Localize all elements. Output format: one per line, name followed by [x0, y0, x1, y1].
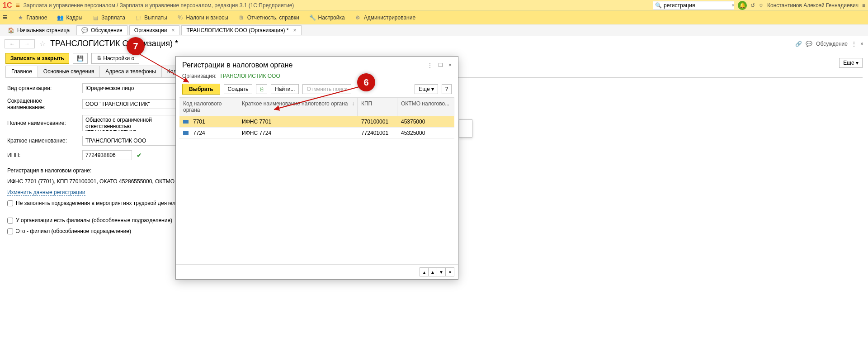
tab-current[interactable]: ТРАНСЛОГИСТИК ООО (Организация) *×	[181, 25, 301, 35]
tab-organizations[interactable]: Организации×	[129, 25, 180, 35]
menu-icon[interactable]: ≡	[3, 13, 8, 22]
logo-1c: 1C	[3, 1, 12, 10]
full-name-label: Полное наименование:	[7, 120, 80, 126]
page-title: ТРАНСЛОГИСТИК ООО изация) *	[50, 39, 791, 48]
gear-icon: ⚙	[355, 14, 361, 21]
col-kpp[interactable]: КПП	[358, 98, 397, 116]
dialog-more-button[interactable]: Еще ▾	[415, 84, 438, 94]
copy-icon: ⎘	[260, 86, 263, 92]
menu-salary[interactable]: ▤Зарплата	[92, 14, 125, 21]
registrations-dialog: Регистрации в налоговом органе ⋮ ☐ × Орг…	[175, 56, 458, 280]
col-name[interactable]: Краткое наименование налогового органа↓	[238, 98, 358, 116]
scroll-down-icon[interactable]: ▼	[437, 267, 446, 276]
star-icon[interactable]: ☆	[759, 2, 764, 9]
create-button[interactable]: Создать	[224, 84, 253, 94]
copy-button[interactable]: ⎘	[256, 84, 267, 94]
kebab-icon[interactable]: ⋮	[427, 62, 433, 68]
user-name[interactable]: Константинов Алексей Геннадиевич	[767, 2, 859, 9]
row-icon	[183, 120, 189, 124]
find-button[interactable]: Найти...	[271, 84, 299, 94]
app-title: Зарплата и управление персоналом / Зарпл…	[24, 2, 653, 9]
org-type-label: Вид организации:	[7, 85, 80, 91]
menu-home[interactable]: ★Главное	[18, 14, 47, 21]
callout-6: 6	[357, 73, 375, 91]
table-row[interactable]: 7701 ИФНС 7701 770100001 45375000	[179, 116, 454, 128]
favorite-star-icon[interactable]: ☆	[39, 39, 46, 48]
wrench-icon: 🔧	[309, 14, 316, 21]
star-icon: ★	[18, 14, 24, 21]
col-oktmo[interactable]: ОКТМО налогово...	[397, 98, 454, 116]
people-icon: 👥	[57, 14, 63, 21]
dialog-title: Регистрации в налоговом органе	[182, 61, 427, 69]
help-button[interactable]: ?	[442, 84, 452, 94]
inner-tab-addresses[interactable]: Адреса и телефоны	[99, 66, 162, 77]
search-icon: 🔍	[655, 2, 662, 9]
row-icon	[183, 131, 189, 135]
menu-reports[interactable]: 🗎Отчетность, справки	[238, 14, 299, 21]
full-name-input[interactable]	[82, 115, 182, 131]
scroll-top-icon[interactable]: ▴	[420, 267, 429, 276]
percent-icon: %	[177, 14, 184, 21]
sort-asc-icon: ↓	[352, 100, 354, 107]
brief-name-label: Краткое наименование:	[7, 138, 80, 144]
save-close-button[interactable]: Записать и закрыть	[5, 53, 69, 64]
tab-start[interactable]: 🏠Начальная страница	[3, 25, 75, 36]
select-button[interactable]: Выбрать	[182, 84, 220, 95]
kebab-icon[interactable]: ⋮	[851, 41, 857, 47]
org-type-input[interactable]	[82, 83, 182, 93]
maximize-icon[interactable]: ☐	[438, 62, 443, 68]
discussion-label[interactable]: Обсуждение	[816, 41, 848, 47]
brief-name-input[interactable]	[82, 136, 182, 146]
close-icon[interactable]: ×	[293, 27, 297, 33]
short-name-input[interactable]	[82, 99, 182, 109]
inn-input[interactable]	[82, 150, 132, 160]
scroll-up-icon[interactable]: ▲	[428, 267, 437, 276]
scroll-bottom-icon[interactable]: ▾	[445, 267, 454, 276]
nav-arrows: ← →	[5, 39, 35, 48]
more-button[interactable]: Еще ▾	[839, 58, 863, 68]
inn-label: ИНН:	[7, 152, 80, 158]
forward-button[interactable]: →	[20, 40, 34, 48]
home-icon: 🏠	[8, 27, 14, 33]
col-code[interactable]: Код налогового органа	[179, 98, 238, 116]
dialog-org-label: Организация:	[182, 73, 217, 79]
back-button[interactable]: ←	[5, 40, 20, 48]
menu-taxes[interactable]: %Налоги и взносы	[177, 14, 228, 21]
menu-staff[interactable]: 👥Кадры	[57, 14, 82, 21]
money-icon: ▤	[92, 14, 99, 21]
search-input[interactable]	[664, 2, 731, 9]
save-button[interactable]: 💾	[73, 53, 88, 64]
hamburger-icon[interactable]: ≡	[15, 1, 19, 10]
callout-7: 7	[127, 37, 145, 55]
dialog-org-link[interactable]: ТРАНСЛОГИСТИК ООО	[219, 73, 280, 79]
tab-discussions[interactable]: 💬Обсуждения	[76, 25, 127, 35]
inner-tab-main[interactable]: Главное	[5, 66, 38, 77]
clear-search-icon[interactable]: ×	[731, 2, 735, 9]
cancel-find-button: Отменить поиск	[302, 84, 351, 94]
chat-icon: 💬	[81, 27, 88, 33]
printer-icon: 🖶	[96, 55, 103, 62]
close-dialog-icon[interactable]: ×	[448, 62, 452, 68]
discussion-icon[interactable]: 💬	[806, 41, 812, 47]
underlying-dialog-peek	[459, 119, 472, 138]
close-page-icon[interactable]: ×	[860, 41, 863, 47]
menu-payments[interactable]: ⬚Выплаты	[135, 14, 167, 21]
settings-icon[interactable]: ≡	[862, 2, 865, 9]
short-name-label: Сокращенное наименование:	[7, 98, 80, 110]
top-bar: 1C ≡ Зарплата и управление персоналом / …	[0, 0, 868, 11]
change-registration-link[interactable]: Изменить данные регистрации	[7, 189, 85, 196]
global-search[interactable]: 🔍 ×	[653, 1, 734, 10]
inner-tab-basic[interactable]: Основные сведения	[38, 66, 100, 77]
history-icon[interactable]: ↺	[750, 2, 755, 9]
table-row[interactable]: 7724 ИФНС 7724 772401001 45325000	[179, 128, 454, 139]
dialog-footer: ▴ ▲ ▼ ▾	[176, 264, 458, 279]
doc-icon: 🗎	[238, 14, 245, 21]
main-menu: ≡ ★Главное 👥Кадры ▤Зарплата ⬚Выплаты %На…	[0, 11, 868, 24]
menu-admin[interactable]: ⚙Администрирование	[355, 14, 415, 21]
close-icon[interactable]: ×	[171, 27, 175, 33]
menu-settings[interactable]: 🔧Настройка	[309, 14, 345, 21]
link-icon[interactable]: 🔗	[795, 41, 802, 47]
check-icon: ✔	[137, 152, 142, 159]
wallet-icon: ⬚	[135, 14, 142, 21]
bell-icon[interactable]: 🔔	[738, 1, 747, 10]
